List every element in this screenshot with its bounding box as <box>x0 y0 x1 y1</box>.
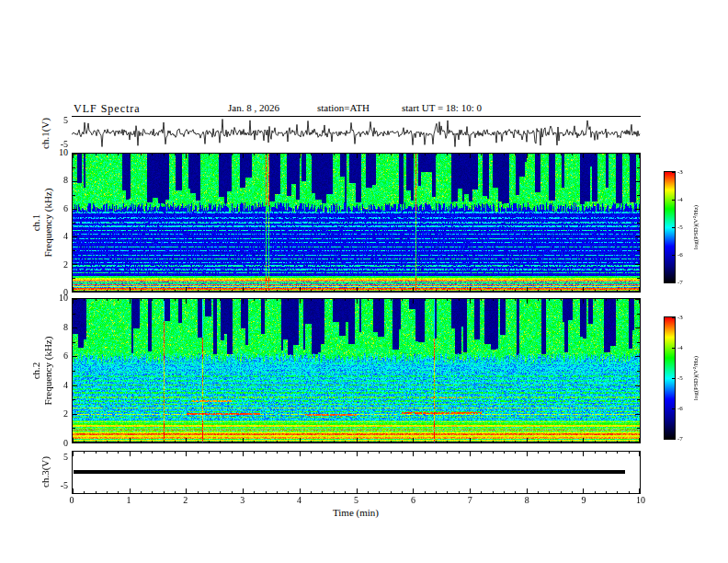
tick-mark <box>73 209 77 210</box>
tick-mark <box>459 154 460 155</box>
tick-mark <box>220 154 221 155</box>
tick-mark <box>538 441 539 442</box>
tick-mark <box>322 290 323 292</box>
tick-mark <box>96 299 97 301</box>
tick-mark <box>198 452 199 454</box>
tick-mark <box>175 290 176 292</box>
tick-mark <box>288 154 289 155</box>
tick-mark <box>345 441 346 442</box>
tick-mark <box>572 491 573 493</box>
tick-mark <box>538 299 539 301</box>
tick-mark <box>107 441 108 442</box>
tick-mark <box>345 491 346 493</box>
tick-mark <box>459 491 460 493</box>
tick-mark <box>527 488 528 493</box>
tick-mark <box>637 167 640 168</box>
tick-mark <box>617 299 618 301</box>
tick-mark <box>96 290 97 292</box>
freq-tick-label: 6 <box>48 204 68 213</box>
tick-mark <box>515 154 516 155</box>
tick-mark <box>504 452 505 454</box>
tick-mark <box>107 299 108 301</box>
tick-mark <box>629 299 630 301</box>
tick-mark <box>243 488 244 493</box>
tick-mark <box>672 438 675 439</box>
tick-mark <box>549 154 550 155</box>
colorbar-1-label: log(PSD)(V²/Hz) <box>692 205 700 249</box>
tick-mark <box>515 491 516 493</box>
tick-mark <box>209 154 210 155</box>
tick-mark <box>515 452 516 454</box>
tick-mark <box>637 223 640 224</box>
tick-mark <box>436 290 437 292</box>
tick-mark <box>198 299 199 301</box>
x-tick-label: 6 <box>402 496 424 505</box>
tick-mark <box>73 250 75 251</box>
colorbar-tick-label: -4 <box>677 197 692 203</box>
tick-mark <box>300 452 301 456</box>
tick-mark <box>549 441 550 442</box>
tick-mark <box>572 299 573 301</box>
tick-mark <box>436 452 437 454</box>
tick-mark <box>549 452 550 454</box>
freq-tick-label: 10 <box>48 148 68 157</box>
tick-mark <box>504 290 505 292</box>
tick-mark <box>606 452 607 454</box>
tick-mark <box>107 290 108 292</box>
tick-mark <box>637 428 640 429</box>
title-underline <box>72 116 641 117</box>
freq-tick-label: 8 <box>48 176 68 185</box>
tick-mark <box>175 491 176 493</box>
tick-mark <box>425 441 426 442</box>
tick-mark <box>493 154 494 155</box>
tick-mark <box>73 356 77 357</box>
tick-mark <box>243 154 244 158</box>
tick-mark <box>637 195 640 196</box>
tick-mark <box>209 299 210 301</box>
tick-mark <box>527 438 528 442</box>
tick-mark <box>538 290 539 292</box>
tick-mark <box>635 299 640 300</box>
colorbar-2 <box>664 316 676 440</box>
tick-mark <box>73 299 77 300</box>
tick-mark <box>672 378 675 379</box>
tick-mark <box>345 299 346 301</box>
x-tick-label: 5 <box>346 496 368 505</box>
tick-mark <box>635 154 640 155</box>
freq-tick-label: 2 <box>48 409 68 419</box>
tick-mark <box>334 154 335 155</box>
tick-mark <box>413 438 414 442</box>
tick-mark <box>322 491 323 493</box>
tick-mark <box>96 452 97 454</box>
tick-mark <box>470 452 471 456</box>
tick-mark <box>186 452 187 456</box>
tick-mark <box>368 491 369 493</box>
tick-mark <box>617 452 618 454</box>
tick-mark <box>152 491 153 493</box>
tick-mark <box>311 452 312 454</box>
tick-mark <box>447 491 448 493</box>
tick-mark <box>345 452 346 454</box>
tick-mark <box>300 154 301 158</box>
tick-mark <box>413 452 414 456</box>
tick-mark <box>73 327 77 328</box>
tick-mark <box>220 452 221 454</box>
tick-mark <box>572 452 573 454</box>
tick-mark <box>527 299 528 304</box>
x-tick-label: 0 <box>61 496 83 505</box>
tick-mark <box>357 438 358 442</box>
tick-mark <box>73 442 77 442</box>
tick-mark <box>447 441 448 442</box>
tick-mark <box>118 452 119 454</box>
tick-mark <box>243 452 244 456</box>
tick-mark <box>572 441 573 442</box>
tick-mark <box>672 227 675 228</box>
tick-mark <box>561 154 562 155</box>
tick-mark <box>243 299 244 304</box>
tick-mark <box>459 290 460 292</box>
tick-mark <box>277 290 278 292</box>
tick-mark <box>595 154 596 155</box>
tick-mark <box>672 200 675 201</box>
tick-mark <box>311 290 312 292</box>
freq-tick-label: 8 <box>48 323 68 332</box>
